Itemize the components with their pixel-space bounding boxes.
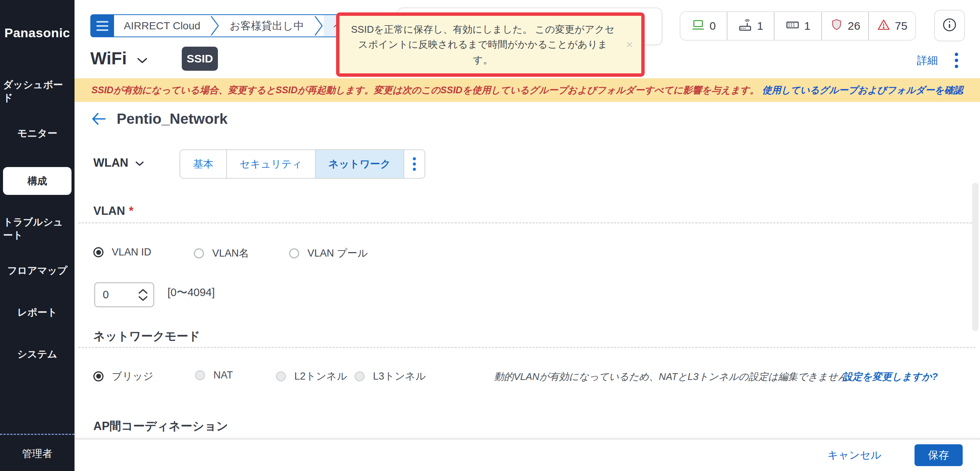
required-asterisk: * [129, 204, 133, 217]
close-icon[interactable]: × [626, 38, 633, 51]
sidebar: Panasonic ダッシュボード モニター 構成 トラブルシュート フロアマッ… [0, 0, 75, 471]
info-button[interactable] [934, 10, 965, 41]
cancel-button[interactable]: キャンセル [827, 448, 881, 462]
shield-icon [830, 18, 843, 34]
save-button[interactable]: 保存 [915, 444, 963, 466]
vlan-id-value: 0 [95, 289, 138, 301]
change-settings-link[interactable]: 設定を変更しますか? [843, 370, 938, 383]
client-count[interactable]: 0 [681, 12, 727, 40]
access-point-icon [738, 18, 752, 35]
wlan-tabs: 基本 セキュリティ ネットワーク [180, 149, 425, 179]
number-stepper[interactable] [138, 289, 153, 301]
sidebar-footer: 管理者 [0, 434, 75, 471]
switch-count[interactable]: 1 [774, 12, 821, 40]
radio-vlan-pool[interactable]: VLAN プール [289, 246, 368, 260]
ssid-warning-banner: SSIDが有効になっている場合、変更するとSSIDが再起動します。変更は次のこの… [75, 78, 980, 102]
footer-actions: キャンセル 保存 [75, 439, 980, 471]
sidebar-item-floormap[interactable]: フロアマップ [3, 263, 72, 278]
sidebar-nav: ダッシュボード モニター 構成 トラブルシュート フロアマップ レポート システ… [0, 84, 75, 362]
sidebar-item-configuration[interactable]: 構成 [3, 167, 72, 195]
info-icon [941, 17, 958, 35]
radio-disabled-icon [355, 371, 365, 381]
vertical-scrollbar[interactable] [972, 183, 978, 331]
kebab-menu-icon[interactable] [953, 51, 961, 70]
toast-message: SSIDを正常に保存し、有効にしました。 この変更がアクセスポイントに反映される… [351, 22, 615, 67]
radio-icon [289, 248, 299, 258]
vlan-section-title: VLAN* [93, 204, 133, 218]
access-point-count[interactable]: 1 [727, 12, 774, 40]
breadcrumb-item-root[interactable]: AIRRECT Cloud [114, 15, 210, 36]
chevron-right-icon [210, 15, 220, 36]
back-arrow-icon[interactable] [90, 111, 107, 127]
sidebar-item-troubleshoot[interactable]: トラブルシュート [3, 221, 72, 236]
ap-coordination-section-title: AP間コーディネーション [93, 418, 228, 434]
chevron-right-icon [314, 15, 324, 36]
warning-icon [877, 18, 891, 34]
sidebar-item-monitor[interactable]: モニター [3, 125, 72, 141]
toast-notification: SSIDを正常に保存し、有効にしました。 この変更がアクセスポイントに反映される… [336, 13, 645, 77]
sidebar-item-report[interactable]: レポート [3, 304, 72, 320]
vlan-id-input[interactable]: 0 [94, 282, 154, 308]
switch-icon [786, 18, 800, 35]
network-mode-section-title: ネットワークモード [93, 328, 200, 344]
sidebar-item-system[interactable]: システム [3, 346, 72, 362]
vlan-range-hint: [0〜4094] [167, 285, 215, 300]
radio-selected-icon [93, 247, 103, 257]
wifi-title-dropdown[interactable]: WiFi [90, 48, 148, 68]
radio-nat: NAT [195, 370, 233, 381]
radio-l2-tunnel: L2トンネル [276, 370, 347, 383]
tab-network[interactable]: ネットワーク [315, 150, 403, 178]
status-counters: 0 1 1 26 [680, 11, 916, 41]
wlan-dropdown[interactable]: WLAN [93, 156, 144, 170]
detail-link[interactable]: 詳細 [917, 54, 938, 68]
app-window: Panasonic ダッシュボード モニター 構成 トラブルシュート フロアマッ… [0, 0, 980, 471]
banner-check-link[interactable]: 使用しているグループおよびフォルダーを確認 [762, 84, 963, 96]
radio-selected-icon [93, 371, 103, 381]
security-alert-count[interactable]: 26 [821, 12, 868, 40]
radio-vlan-name[interactable]: VLAN名 [194, 246, 249, 260]
section-divider [78, 222, 975, 224]
breadcrumb-item-folder[interactable]: お客様貸出し中 [220, 15, 313, 36]
radio-l3-tunnel: L3トンネル [355, 370, 426, 383]
tabs-more-icon[interactable] [403, 150, 425, 178]
page-title: WiFi [90, 48, 127, 68]
hamburger-menu-button[interactable] [90, 14, 114, 37]
tab-basic[interactable]: 基本 [180, 150, 226, 178]
network-name: Pentio_Network [117, 111, 228, 127]
ssid-badge: SSID [182, 47, 218, 71]
wlan-row: WLAN 基本 セキュリティ ネットワーク [75, 149, 980, 179]
tab-security[interactable]: セキュリティ [226, 150, 315, 178]
radio-icon [194, 248, 204, 258]
warning-count[interactable]: 75 [868, 12, 915, 40]
laptop-icon [691, 18, 705, 34]
panasonic-logo: Panasonic [0, 25, 75, 40]
radio-disabled-icon [195, 370, 205, 381]
radio-bridge[interactable]: ブリッジ [93, 370, 154, 383]
radio-disabled-icon [276, 371, 286, 381]
network-title-row: Pentio_Network [90, 111, 228, 127]
radio-vlan-id[interactable]: VLAN ID [93, 246, 151, 258]
banner-warning-text: SSIDが有効になっている場合、変更するとSSIDが再起動します。変更は次のこの… [91, 84, 759, 96]
chevron-down-icon [135, 156, 144, 170]
sidebar-item-dashboard[interactable]: ダッシュボード [3, 84, 72, 99]
admin-label[interactable]: 管理者 [0, 435, 75, 471]
main-area: AIRRECT Cloud お客様貸出し中 ペンティオ SSIDを正常に保存し、… [75, 0, 980, 471]
chevron-down-icon [137, 48, 148, 68]
section-divider [78, 347, 975, 348]
dynamic-vlan-note: 動的VLANが有効になっているため、NATとL3トンネルの設定は編集できません。 [494, 370, 858, 383]
hamburger-icon [96, 21, 108, 22]
